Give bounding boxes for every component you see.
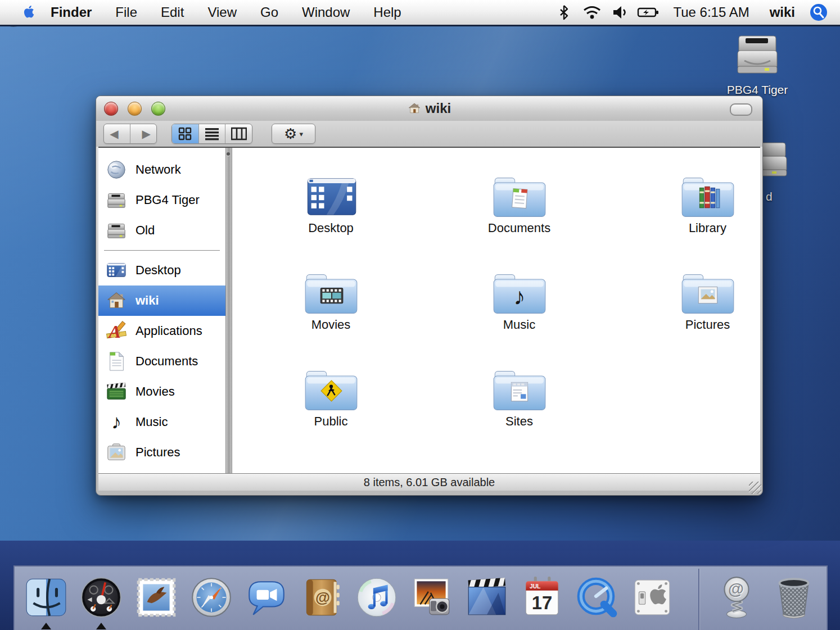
title-bar[interactable]: wiki — [96, 96, 762, 121]
menu-clock[interactable]: Tue 6:15 AM — [665, 4, 757, 20]
folder-documents-icon — [463, 159, 576, 220]
column-view-button[interactable] — [225, 124, 252, 143]
dock-icon-safari[interactable] — [188, 574, 234, 620]
folder-music-icon: ♪ — [463, 256, 576, 316]
dock-icon-finder[interactable] — [23, 574, 69, 620]
svg-text:@: @ — [315, 589, 330, 606]
dock-icon-itunes[interactable] — [354, 574, 400, 620]
sidebar-item-documents[interactable]: Documents — [98, 346, 225, 377]
dock-icon-ical[interactable]: JUL 17 — [519, 574, 565, 620]
divider-dimple-icon — [227, 152, 230, 156]
forward-button[interactable]: ▶ — [142, 127, 150, 140]
gear-icon: ⚙ — [284, 126, 297, 141]
iphoto-icon — [409, 574, 455, 620]
running-indicator — [41, 623, 51, 629]
sidebar-item-wiki[interactable]: wiki — [98, 285, 225, 316]
resize-grip[interactable] — [749, 482, 761, 494]
list-view-button[interactable] — [198, 124, 225, 143]
folder-item-library[interactable]: Library — [652, 159, 761, 235]
internet-shortcut-stamp-icon: @ @ — [713, 574, 760, 620]
dock-icon-system-preferences[interactable] — [629, 574, 675, 620]
menu-item-go[interactable]: Go — [249, 4, 290, 20]
sidebar-item-label: Applications — [136, 324, 202, 338]
wifi-icon[interactable] — [581, 4, 603, 21]
music-side-icon: ♪ — [105, 411, 128, 433]
window-content: NetworkPBG4 TigerOldDesktopwikiAApplicat… — [98, 147, 760, 474]
sidebar-item-label: wiki — [136, 293, 159, 308]
sidebar-divider[interactable] — [225, 148, 232, 473]
sidebar-item-label: Network — [136, 162, 181, 177]
sidebar-item-label: Old — [136, 223, 155, 238]
ical-icon: JUL 17 — [519, 574, 565, 620]
action-menu-button[interactable]: ⚙ ▾ — [272, 124, 315, 144]
folder-item-public[interactable]: Public — [275, 352, 387, 429]
volume-icon[interactable] — [609, 4, 631, 21]
back-forward-buttons[interactable]: ◀ ▶ — [103, 124, 157, 144]
sidebar-item-applications[interactable]: AApplications — [98, 316, 225, 346]
fast-user-switch-menu[interactable]: wiki — [763, 4, 802, 20]
status-bar: 8 items, 6.01 GB available — [98, 474, 760, 491]
dock: @ JUL 17 @ @ — [13, 565, 828, 630]
dock-apps: @ JUL 17 — [23, 574, 675, 620]
quicktime-icon — [574, 574, 620, 620]
dock-icon-quicktime[interactable] — [574, 574, 620, 620]
window-title-text: wiki — [426, 101, 451, 116]
toolbar-toggle-button[interactable] — [730, 103, 752, 116]
back-button[interactable]: ◀ — [110, 127, 118, 140]
sidebar-item-pbg4-tiger[interactable]: PBG4 Tiger — [98, 185, 225, 215]
menu-bar: FinderFileEditViewGoWindowHelp — [0, 0, 840, 26]
desktop-volume-pbg4-tiger[interactable]: PBG4 Tiger — [721, 33, 794, 97]
icon-view-button[interactable] — [172, 124, 198, 143]
dock-divider — [698, 569, 699, 630]
folder-public-icon — [275, 352, 387, 413]
menu-item-window[interactable]: Window — [290, 4, 362, 20]
dock-icon-dashboard[interactable] — [78, 574, 124, 620]
battery-icon[interactable] — [637, 4, 660, 21]
bluetooth-icon[interactable] — [553, 4, 575, 21]
dock-icon-mail[interactable] — [133, 574, 179, 620]
folder-item-music[interactable]: ♪Music — [463, 256, 576, 332]
menu-item-edit[interactable]: Edit — [149, 4, 196, 20]
desktop: PBG4 Tiger d FinderFileEditViewGoWindowH… — [0, 0, 840, 630]
dock-icon-imovie[interactable] — [464, 574, 510, 620]
svg-text:@: @ — [728, 580, 744, 598]
folder-item-desktop[interactable]: Desktop — [275, 159, 387, 235]
dock-icon-internet-shortcut-stamp[interactable]: @ @ — [713, 574, 760, 620]
dock-icon-iphoto[interactable] — [409, 574, 455, 620]
sidebar-separator — [104, 250, 220, 251]
pictures-side-icon — [105, 441, 128, 464]
dock-icon-address-book[interactable]: @ — [299, 574, 345, 620]
sidebar-item-network[interactable]: Network — [98, 155, 225, 185]
network-icon — [105, 158, 128, 181]
svg-text:♪: ♪ — [513, 283, 525, 310]
apple-menu[interactable] — [17, 4, 42, 21]
folder-item-pictures[interactable]: Pictures — [652, 256, 761, 332]
sidebar-item-movies[interactable]: Movies — [98, 377, 225, 407]
folder-item-sites[interactable]: Sites — [463, 352, 576, 429]
dock-right-section: @ @ — [713, 574, 817, 620]
chevron-down-icon: ▾ — [299, 130, 303, 138]
folder-pictures-icon — [652, 256, 761, 316]
folder-item-label: Sites — [463, 414, 576, 429]
window-title: wiki — [96, 96, 762, 121]
folder-item-movies[interactable]: Movies — [275, 256, 387, 332]
dock-icon-trash[interactable] — [771, 574, 817, 620]
sidebar-item-pictures[interactable]: Pictures — [98, 437, 225, 468]
folder-sites-icon — [463, 352, 576, 413]
folder-item-documents[interactable]: Documents — [463, 159, 576, 235]
safari-icon — [188, 574, 234, 620]
sidebar: NetworkPBG4 TigerOldDesktopwikiAApplicat… — [98, 148, 225, 473]
sidebar-item-old[interactable]: Old — [98, 215, 225, 246]
sidebar-item-desktop[interactable]: Desktop — [98, 255, 225, 285]
menu-item-finder[interactable]: Finder — [42, 4, 103, 20]
view-mode-control — [171, 124, 252, 144]
folder-item-label: Movies — [275, 318, 387, 332]
dock-icon-ichat[interactable] — [243, 574, 290, 620]
menu-item-file[interactable]: File — [103, 4, 149, 20]
menu-item-help[interactable]: Help — [362, 4, 413, 20]
sidebar-item-music[interactable]: ♪Music — [98, 407, 225, 437]
spotlight-icon[interactable] — [807, 4, 830, 21]
desktop-volume-label: PBG4 Tiger — [721, 83, 794, 97]
menu-item-view[interactable]: View — [196, 4, 249, 20]
movies-side-icon — [105, 380, 128, 403]
